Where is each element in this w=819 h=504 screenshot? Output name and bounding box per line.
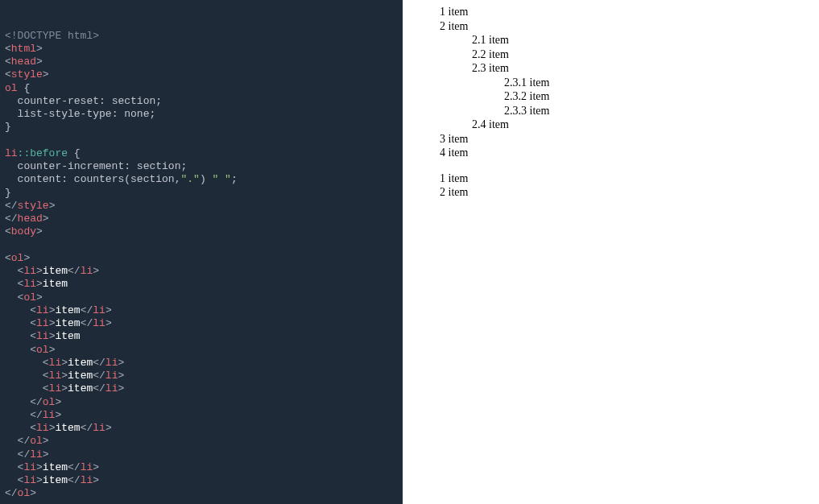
- output-item: 2.3.1 item: [440, 76, 814, 90]
- code-line: <li>item</li>: [5, 304, 398, 317]
- code-line: <head>: [5, 56, 398, 68]
- code-line: <li>item</li>: [5, 317, 398, 330]
- code-line: [5, 239, 398, 252]
- code-line: <ol>: [5, 344, 398, 357]
- code-line: </ol>: [5, 487, 398, 500]
- output-item: 2.3.2 item: [440, 89, 814, 104]
- output-item: 2 item: [440, 19, 814, 34]
- output-item: 2.4 item: [440, 118, 814, 132]
- code-line: </ol>: [5, 396, 398, 409]
- preview-pane: 1 item2 item2.1 item2.2 item2.3 item2.3.…: [403, 0, 819, 504]
- output-item: 3 item: [440, 132, 814, 147]
- code-line: content: counters(section,".") " ";: [5, 173, 398, 186]
- code-line: ol {: [5, 82, 398, 95]
- output-gap: [440, 160, 814, 171]
- output-item: 2.1 item: [440, 33, 814, 48]
- output-item: 1 item: [440, 5, 814, 19]
- code-line: }: [5, 187, 398, 200]
- code-line: list-style-type: none;: [5, 108, 398, 121]
- code-line: [5, 501, 398, 505]
- output-list-2: 1 item2 item: [440, 171, 814, 200]
- code-line: <li>item: [5, 330, 398, 343]
- output-item: 1 item: [440, 171, 814, 186]
- output-item: 2.2 item: [440, 48, 814, 62]
- code-line: <li>item: [5, 278, 398, 291]
- code-line: </li>: [5, 448, 398, 461]
- code-line: <body>: [5, 225, 398, 238]
- code-line: counter-increment: section;: [5, 160, 398, 173]
- output-item: 2 item: [440, 185, 814, 200]
- code-line: <li>item</li>: [5, 422, 398, 435]
- code-line: <li>item</li>: [5, 370, 398, 382]
- code-line: [5, 134, 398, 147]
- output-item: 2.3.3 item: [440, 104, 814, 118]
- code-line: <ol>: [5, 291, 398, 304]
- code-line: <li>item</li>: [5, 265, 398, 278]
- code-line: <html>: [5, 43, 398, 56]
- output-item: 2.3 item: [440, 61, 814, 76]
- code-line: <ol>: [5, 252, 398, 265]
- code-editor-pane[interactable]: <!DOCTYPE html><html><head><style>ol { c…: [0, 0, 403, 504]
- code-line: </style>: [5, 200, 398, 213]
- code-line: }: [5, 121, 398, 134]
- code-line: <style>: [5, 68, 398, 81]
- code-line: </li>: [5, 409, 398, 422]
- code-line: counter-reset: section;: [5, 95, 398, 108]
- code-line: li::before {: [5, 147, 398, 160]
- output-list-1: 1 item2 item2.1 item2.2 item2.3 item2.3.…: [440, 5, 814, 160]
- code-line: <li>item</li>: [5, 382, 398, 395]
- code-line: <!DOCTYPE html>: [5, 30, 398, 43]
- code-line: <li>item</li>: [5, 461, 398, 474]
- output-item: 4 item: [440, 146, 814, 160]
- code-line: </ol>: [5, 435, 398, 448]
- code-content: <!DOCTYPE html><html><head><style>ol { c…: [5, 30, 398, 505]
- code-line: </head>: [5, 213, 398, 225]
- code-line: <li>item</li>: [5, 357, 398, 370]
- code-line: <li>item</li>: [5, 474, 398, 487]
